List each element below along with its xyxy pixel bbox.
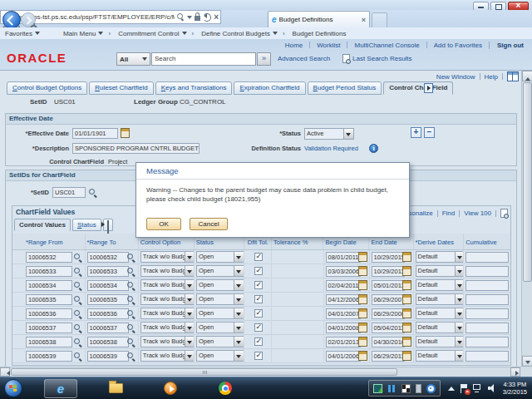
browser-tab-title[interactable]: Budget Definitions <box>279 16 362 23</box>
range-to-input[interactable]: 10006534 <box>87 280 129 291</box>
lookup-icon[interactable] <box>127 268 135 276</box>
speaker-icon[interactable] <box>488 384 496 392</box>
show-hidden-icons-chevron[interactable] <box>448 383 455 391</box>
breadcrumb-item[interactable]: Budget Definitions <box>278 30 347 37</box>
derive-dates-select[interactable]: Default <box>416 265 465 277</box>
search-input[interactable]: Search <box>151 52 256 66</box>
lookup-icon[interactable] <box>127 282 135 290</box>
page-tab-label[interactable]: Ruleset Chartfield <box>95 82 148 94</box>
control-option-select[interactable]: Track w/o Budg <box>140 322 195 333</box>
control-option-select[interactable]: Track w/o Budg <box>140 279 195 291</box>
calendar-icon[interactable] <box>402 266 411 276</box>
calendar-icon[interactable] <box>402 323 411 332</box>
search-scope-select[interactable]: All <box>116 52 150 66</box>
page-tab[interactable]: Control Budget Options <box>7 81 87 95</box>
dropdown-arrow-icon[interactable] <box>185 252 195 262</box>
dropdown-arrow-icon[interactable] <box>185 266 195 276</box>
derive-dates-select[interactable]: Default <box>416 322 465 333</box>
description-input[interactable]: SPONSORED PROGRAM CNTRL BUDGET <box>72 143 200 154</box>
range-to-input[interactable]: 10006532 <box>87 252 129 263</box>
scroll-down-icon[interactable] <box>522 356 532 367</box>
row-status-select[interactable]: Open <box>196 308 244 319</box>
dropdown-arrow-icon[interactable] <box>455 266 465 276</box>
calendar-icon[interactable] <box>358 252 367 262</box>
control-option-select[interactable]: Track w/o Budg <box>140 265 195 277</box>
new-window-link[interactable]: New Window <box>436 73 475 81</box>
favorites-menu[interactable]: Favorites <box>5 29 40 37</box>
cancel-button[interactable]: Cancel <box>190 218 228 230</box>
control-option-select[interactable]: Track w/o Budg <box>140 336 195 347</box>
page-tab-label[interactable]: Control Budget Options <box>12 82 81 94</box>
range-to-input[interactable]: 10006539 <box>87 351 129 362</box>
page-tab-label[interactable]: Expiration Chartfield <box>239 82 299 94</box>
range-from-input[interactable]: 10006534 <box>26 280 72 291</box>
default-tolerance-checkbox[interactable] <box>254 309 263 318</box>
derive-dates-select[interactable]: Default <box>416 251 465 263</box>
range-to-input[interactable]: 10006537 <box>87 323 129 333</box>
tab-close-icon[interactable]: × <box>362 16 366 24</box>
tray-checker-icon[interactable] <box>401 384 411 393</box>
dropdown-arrow-icon[interactable] <box>185 323 195 332</box>
lookup-icon[interactable] <box>127 324 135 332</box>
status-select[interactable]: Active <box>304 128 354 140</box>
begin-date-input[interactable]: 04/01/2007 <box>326 308 361 319</box>
dropdown-arrow-icon[interactable] <box>185 308 195 318</box>
breadcrumb-label[interactable]: Main Menu <box>63 30 96 37</box>
calendar-icon[interactable] <box>402 294 411 304</box>
dropdown-arrow-icon[interactable] <box>185 294 195 304</box>
info-icon[interactable]: i <box>369 144 378 153</box>
breadcrumb-label[interactable]: Budget Definitions <box>293 30 347 37</box>
dropdown-arrow-icon[interactable] <box>343 129 353 139</box>
scroll-up-icon[interactable] <box>522 71 532 81</box>
cumulative-input[interactable] <box>466 294 509 305</box>
row-status-select[interactable]: Open <box>196 322 244 333</box>
scroll-left-icon[interactable] <box>0 367 10 377</box>
breadcrumb-label[interactable]: Commitment Control <box>118 30 179 37</box>
calendar-icon[interactable] <box>358 351 367 361</box>
calendar-icon[interactable] <box>358 323 367 332</box>
grid-column-header[interactable]: Cumulative <box>464 234 510 249</box>
page-tab[interactable]: Keys and Translations <box>155 81 233 95</box>
control-option-select[interactable]: Track w/o Budg <box>140 251 195 263</box>
range-to-input[interactable]: 10006536 <box>87 308 129 319</box>
end-date-input[interactable]: 10/29/2015 <box>372 252 405 263</box>
end-date-input[interactable]: 06/29/2011 <box>372 351 405 362</box>
dropdown-arrow-icon[interactable] <box>234 308 244 318</box>
row-status-select[interactable]: Open <box>196 279 244 291</box>
lookup-icon[interactable] <box>127 254 135 262</box>
begin-date-input[interactable]: 04/01/2008 <box>326 323 361 333</box>
begin-date-input[interactable]: 03/03/2006 <box>326 266 361 277</box>
portal-link[interactable]: MultiChannel Console <box>340 42 419 49</box>
page-tab-label[interactable]: Keys and Translations <box>161 82 227 94</box>
derive-dates-select[interactable]: Default <box>416 308 465 319</box>
last-search-results[interactable]: Last Search Results <box>342 54 412 63</box>
grid-tab[interactable]: Status <box>72 219 101 231</box>
dropdown-arrow-icon[interactable] <box>455 252 465 262</box>
download-grid-icon[interactable] <box>500 209 508 218</box>
lookup-icon[interactable] <box>74 324 82 332</box>
refresh-icon[interactable] <box>203 13 211 22</box>
delete-row-button[interactable]: − <box>424 127 435 138</box>
taskbar-clock[interactable]: 4:33 PM 3/2/2015 <box>503 381 527 396</box>
range-from-input[interactable]: 10006532 <box>26 252 72 263</box>
range-to-input[interactable]: 10006535 <box>87 294 129 305</box>
row-status-select[interactable]: Open <box>196 336 244 347</box>
action-center-flag-icon[interactable]: × <box>461 384 468 393</box>
grid-column-header[interactable]: *Derive Dates <box>414 234 465 249</box>
lookup-icon[interactable] <box>74 338 82 347</box>
end-date-input[interactable]: 05/01/2013 <box>372 280 405 291</box>
vertical-scroll-thumb[interactable] <box>523 82 532 282</box>
end-date-input[interactable]: 05/04/2011 <box>372 323 405 333</box>
control-option-select[interactable]: Track w/o Budg <box>140 350 195 362</box>
dropdown-arrow-icon[interactable] <box>455 351 465 361</box>
tray-battery-icon[interactable] <box>416 384 421 393</box>
network-icon[interactable] <box>473 384 483 392</box>
begin-date-input[interactable]: 04/12/2006 <box>326 294 361 305</box>
cumulative-input[interactable] <box>466 337 509 347</box>
lookup-icon[interactable] <box>127 310 135 318</box>
vertical-scrollbar[interactable] <box>521 71 532 367</box>
breadcrumb-item[interactable]: Main Menu <box>63 29 104 37</box>
end-date-input[interactable]: 06/29/2007 <box>372 294 405 305</box>
favorites-label[interactable]: Favorites <box>5 30 32 37</box>
validation-required-link[interactable]: Validation Required <box>304 143 358 155</box>
